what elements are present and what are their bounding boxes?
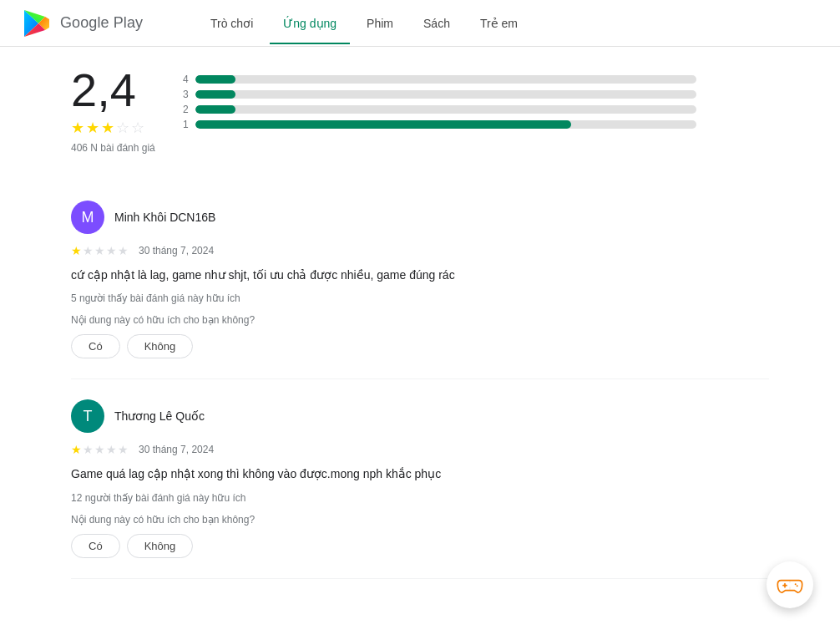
rating-count: 406 N bài đánh giá <box>71 142 155 154</box>
review-meta-1: ★ ★ ★ ★ ★ 30 tháng 7, 2024 <box>71 244 769 257</box>
review-card-2: T Thương Lê Quốc ★ ★ ★ ★ ★ 30 tháng 7, 2… <box>71 379 769 578</box>
rstar-1-5: ★ <box>118 244 129 257</box>
avatar-1: M <box>71 201 104 234</box>
bar-track-2 <box>195 105 696 114</box>
bar-track-4 <box>195 75 696 84</box>
review-stars-1: ★ ★ ★ ★ ★ <box>71 244 129 257</box>
bar-row-1: 1 <box>182 119 769 130</box>
star-4: ☆ <box>116 119 129 137</box>
star-1: ★ <box>71 119 84 137</box>
svg-point-3 <box>797 585 798 587</box>
nav-item-apps[interactable]: Ứng dụng <box>270 10 350 37</box>
bar-fill-4 <box>195 75 235 84</box>
review-meta-2: ★ ★ ★ ★ ★ 30 tháng 7, 2024 <box>71 443 769 456</box>
logo-area: Google Play <box>20 7 170 40</box>
helpful-buttons-2: Có Không <box>71 534 769 558</box>
helpful-yes-2[interactable]: Có <box>71 534 120 558</box>
review-card-1: M Minh Khôi DCN16B ★ ★ ★ ★ ★ 30 tháng 7,… <box>71 180 769 379</box>
google-play-logo-icon <box>20 7 53 40</box>
header: Google Play Trò chơi Ứng dụng Phim Sách … <box>0 0 840 47</box>
nav-item-movies[interactable]: Phim <box>353 10 407 37</box>
bar-row-3: 3 <box>182 89 769 100</box>
rating-stars: ★ ★ ★ ☆ ☆ <box>71 119 144 137</box>
reviewer-name-1: Minh Khôi DCN16B <box>114 211 215 224</box>
rstar-1-4: ★ <box>106 244 117 257</box>
rstar-1-1: ★ <box>71 244 82 257</box>
nav-item-kids[interactable]: Trẻ em <box>467 10 531 37</box>
helpful-no-1[interactable]: Không <box>127 334 194 358</box>
bar-label-2: 2 <box>182 104 189 115</box>
main-content: 2,4 ★ ★ ★ ☆ ☆ 406 N bài đánh giá 4 3 <box>44 47 796 599</box>
helpful-count-2: 12 người thấy bài đánh giá này hữu ích <box>71 492 769 504</box>
bar-label-3: 3 <box>182 89 189 100</box>
logo-text: Google Play <box>60 14 143 32</box>
rstar-1-2: ★ <box>83 244 94 257</box>
bar-track-1 <box>195 120 696 129</box>
rstar-2-1: ★ <box>71 443 82 456</box>
review-stars-2: ★ ★ ★ ★ ★ <box>71 443 129 456</box>
bar-fill-3 <box>195 90 235 99</box>
svg-point-2 <box>795 583 797 585</box>
rstar-2-5: ★ <box>118 443 129 456</box>
bar-label-4: 4 <box>182 74 189 85</box>
review-date-2: 30 tháng 7, 2024 <box>139 444 214 455</box>
bar-row-2: 2 <box>182 104 769 115</box>
reviewer-header-2: T Thương Lê Quốc <box>71 399 769 433</box>
star-5: ☆ <box>131 119 144 137</box>
rstar-2-2: ★ <box>83 443 94 456</box>
helpful-question-2: Nội dung này có hữu ích cho bạn không? <box>71 514 769 526</box>
rating-bars: 4 3 2 1 <box>182 67 769 130</box>
bar-row-4: 4 <box>182 74 769 85</box>
reviewer-header-1: M Minh Khôi DCN16B <box>71 201 769 234</box>
rating-number: 2,4 <box>71 67 136 114</box>
avatar-2: T <box>71 399 104 433</box>
bar-track-3 <box>195 90 696 99</box>
helpful-no-2[interactable]: Không <box>127 534 194 558</box>
bar-fill-2 <box>195 105 235 114</box>
review-date-1: 30 tháng 7, 2024 <box>139 245 214 257</box>
star-3: ★ <box>101 119 114 137</box>
bar-fill-1 <box>195 120 571 129</box>
review-text-2: Game quá lag cập nhật xong thì không vào… <box>71 465 769 483</box>
rating-big: 2,4 ★ ★ ★ ☆ ☆ 406 N bài đánh giá <box>71 67 155 154</box>
review-text-1: cứ cập nhật là lag, game như shjt, tối ư… <box>71 266 769 284</box>
floating-game-controller[interactable] <box>767 561 813 599</box>
helpful-question-1: Nội dung này có hữu ích cho bạn không? <box>71 314 769 326</box>
main-nav: Trò chơi Ứng dụng Phim Sách Trẻ em <box>197 10 531 37</box>
rstar-1-3: ★ <box>94 244 105 257</box>
nav-item-games[interactable]: Trò chơi <box>197 10 266 37</box>
nav-item-books[interactable]: Sách <box>410 10 463 37</box>
bar-label-1: 1 <box>182 119 189 130</box>
rstar-2-4: ★ <box>106 443 117 456</box>
helpful-yes-1[interactable]: Có <box>71 334 120 358</box>
game-controller-icon <box>777 572 803 598</box>
rating-summary: 2,4 ★ ★ ★ ☆ ☆ 406 N bài đánh giá 4 3 <box>71 67 769 154</box>
star-2: ★ <box>86 119 99 137</box>
helpful-buttons-1: Có Không <box>71 334 769 358</box>
helpful-count-1: 5 người thấy bài đánh giá này hữu ích <box>71 292 769 304</box>
rstar-2-3: ★ <box>94 443 105 456</box>
reviewer-name-2: Thương Lê Quốc <box>114 409 205 423</box>
